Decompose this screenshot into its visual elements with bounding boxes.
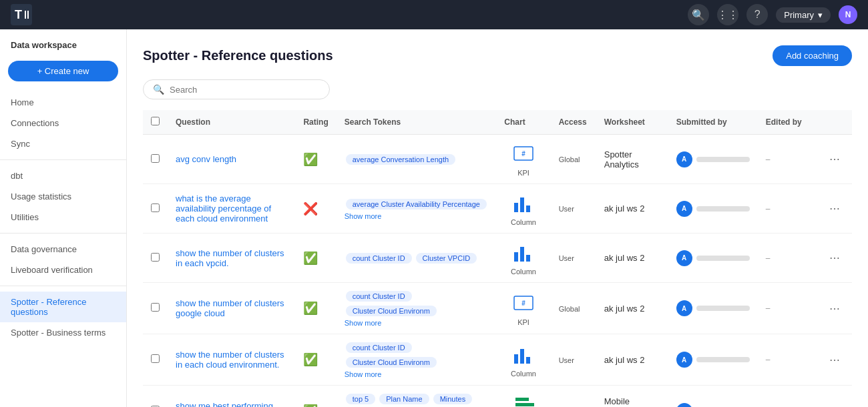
submitted-container: A	[676, 201, 750, 217]
select-all-checkbox[interactable]	[151, 117, 160, 125]
sidebar-item-home[interactable]: Home	[0, 92, 126, 113]
workspace-label: Data workspace	[0, 40, 126, 61]
search-input[interactable]	[170, 85, 320, 95]
submitted-bar	[696, 357, 750, 362]
submitted-bar	[696, 157, 750, 162]
show-more-link[interactable]: Show more	[345, 370, 489, 378]
edited-cell: –	[758, 135, 817, 184]
sidebar-item-connections[interactable]: Connections	[0, 113, 126, 133]
row-checkbox[interactable]	[151, 303, 160, 312]
access-cell: User	[551, 334, 596, 386]
question-link[interactable]: show the number of clusters google cloud	[176, 298, 284, 318]
token-badge: count Cluster ID	[346, 253, 412, 264]
edited-dash: –	[766, 355, 771, 364]
row-checkbox-cell	[143, 334, 168, 386]
tokens-cell: count Cluster IDCluster VPCID	[337, 234, 497, 283]
user-avatar[interactable]: N	[839, 5, 857, 24]
chart-cell: # KPI	[496, 283, 550, 334]
row-more-button[interactable]: ⋯	[825, 351, 844, 369]
chart-container: Column	[504, 191, 542, 226]
chart-cell: # KPI	[496, 135, 550, 184]
row-checkbox[interactable]	[151, 253, 160, 262]
help-button[interactable]: ?	[746, 4, 768, 25]
row-more-button[interactable]: ⋯	[825, 402, 844, 408]
row-more-button[interactable]: ⋯	[825, 300, 844, 318]
navbar: T 🔍 ⋮⋮ ? Primary ▾ N	[0, 0, 868, 29]
token-badge: top 5	[346, 394, 375, 404]
env-label: Primary	[784, 10, 814, 20]
question-link[interactable]: show the number of clusters in each clou…	[176, 350, 284, 370]
actions-cell: ⋯	[817, 334, 852, 386]
sidebar-item-spotter-biz[interactable]: Spotter - Business terms	[0, 322, 126, 343]
edited-cell: –	[758, 386, 817, 408]
row-checkbox[interactable]	[151, 154, 160, 163]
question-link[interactable]: show the number of clusters in each vpci…	[176, 248, 284, 268]
sidebar-item-data-governance[interactable]: Data governance	[0, 239, 126, 260]
logo-icon: T	[11, 4, 32, 25]
sidebar-item-dbt[interactable]: dbt	[0, 165, 126, 186]
edited-cell: –	[758, 184, 817, 234]
env-selector[interactable]: Primary ▾	[776, 7, 831, 23]
row-checkbox[interactable]	[151, 354, 160, 363]
sidebar-item-spotter-ref[interactable]: Spotter - Reference questions	[0, 292, 126, 322]
token-badge: Cluster Cloud Environm	[346, 306, 437, 316]
svg-rect-10	[514, 252, 518, 262]
chart-type-label: Column	[511, 268, 536, 276]
row-checkbox-cell	[143, 135, 168, 184]
submitted-avatar: A	[676, 250, 692, 266]
tokens-container: count Cluster IDCluster Cloud Environm	[345, 290, 489, 318]
worksheet-cell: ak jul ws 2	[596, 234, 668, 283]
question-link[interactable]: show me best performing plan	[176, 401, 273, 407]
rating-error-icon: ❌	[303, 202, 318, 216]
rating-cell: ✅	[295, 234, 336, 283]
worksheet-cell: ak jul ws 2	[596, 184, 668, 234]
submitted-avatar: A	[676, 201, 692, 217]
submitted-avatar: A	[676, 151, 692, 167]
svg-rect-20	[515, 398, 529, 401]
token-badge: count Cluster ID	[346, 291, 412, 302]
submitted-container: A	[676, 352, 750, 368]
search-nav-button[interactable]: 🔍	[688, 4, 709, 25]
row-more-button[interactable]: ⋯	[825, 249, 844, 267]
create-new-button[interactable]: + Create new	[8, 61, 118, 81]
row-more-button[interactable]: ⋯	[825, 199, 844, 218]
show-more-link[interactable]: Show more	[345, 212, 489, 220]
chart-type-label: Column	[511, 370, 536, 378]
row-checkbox[interactable]	[151, 204, 160, 212]
sidebar-item-sync[interactable]: Sync	[0, 133, 126, 154]
sidebar-item-usage-statistics[interactable]: Usage statistics	[0, 186, 126, 207]
worksheet-cell: ak jul ws 2	[596, 334, 668, 386]
tokens-container: count Cluster IDCluster Cloud Environm	[345, 341, 489, 369]
chart-cell: Column	[496, 234, 550, 283]
submitted-bar	[696, 306, 750, 311]
edited-dash: –	[766, 254, 771, 263]
rating-success-icon: ✅	[303, 404, 318, 407]
add-coaching-button[interactable]: Add coaching	[773, 45, 852, 66]
chart-icon-bar	[511, 394, 535, 408]
token-badge: average Conversation Length	[346, 154, 455, 165]
question-link[interactable]: what is the average availability percent…	[176, 193, 271, 224]
app-layout: Data workspace + Create new Home Connect…	[0, 29, 868, 407]
sidebar-item-utilities[interactable]: Utilities	[0, 207, 126, 228]
tokens-cell: top 5Plan NameMinutessort b Show more	[337, 386, 497, 408]
question-cell: what is the average availability percent…	[168, 184, 295, 234]
question-cell: show the number of clusters google cloud	[168, 283, 295, 334]
question-link[interactable]: avg conv length	[176, 154, 236, 164]
submitted-container: A	[676, 151, 750, 167]
edited-dash: –	[766, 304, 771, 313]
table-row: show the number of clusters in each clou…	[143, 334, 852, 386]
main-content: Spotter - Reference questions Add coachi…	[127, 29, 868, 407]
edited-container: –	[766, 254, 809, 263]
question-cell: show the number of clusters in each vpci…	[168, 234, 295, 283]
header-checkbox-col	[143, 110, 168, 135]
row-more-button[interactable]: ⋯	[825, 150, 844, 168]
apps-button[interactable]: ⋮⋮	[717, 4, 738, 25]
chart-icon-kpi: #	[511, 141, 535, 167]
logo: T	[11, 4, 32, 25]
sidebar-item-liveboard-verification[interactable]: Liveboard verification	[0, 260, 126, 280]
rating-success-icon: ✅	[303, 302, 318, 315]
access-badge: User	[559, 205, 574, 213]
chart-icon-column	[511, 191, 535, 217]
show-more-link[interactable]: Show more	[345, 319, 489, 327]
svg-rect-21	[515, 403, 534, 406]
